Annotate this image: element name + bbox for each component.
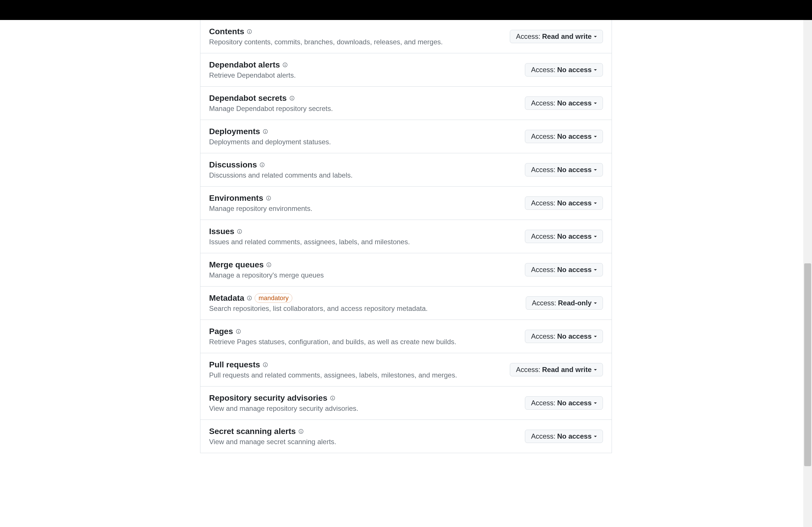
permission-description: Retrieve Dependabot alerts. <box>209 71 296 79</box>
permission-title: Deployments <box>209 127 260 136</box>
access-label-prefix: Access: <box>531 99 555 107</box>
permission-description: View and manage repository security advi… <box>209 404 358 412</box>
info-icon[interactable] <box>263 129 268 134</box>
permission-info: DeploymentsDeployments and deployment st… <box>209 127 331 146</box>
access-dropdown-button[interactable]: Access: No access <box>525 63 603 76</box>
access-label-prefix: Access: <box>531 166 555 174</box>
info-icon[interactable] <box>290 96 294 101</box>
access-level-value: Read-only <box>558 299 592 307</box>
permission-title: Merge queues <box>209 260 264 269</box>
permission-row: Secret scanning alertsView and manage se… <box>200 420 612 453</box>
permission-row: MetadatamandatorySearch repositories, li… <box>200 287 612 320</box>
access-dropdown-button[interactable]: Access: No access <box>525 330 603 343</box>
scrollbar-thumb[interactable] <box>804 264 811 453</box>
access-label-prefix: Access: <box>531 399 555 407</box>
info-icon[interactable] <box>263 362 268 367</box>
info-icon[interactable] <box>237 229 242 234</box>
page-wrap: ContentsRepository contents, commits, br… <box>0 20 812 453</box>
access-level-value: No access <box>557 266 592 274</box>
scrollbar-track[interactable] <box>803 20 812 453</box>
permission-title-row: Discussions <box>209 160 353 169</box>
mandatory-badge: mandatory <box>255 293 292 303</box>
info-icon[interactable] <box>330 396 335 401</box>
permission-row: EnvironmentsManage repository environmen… <box>200 186 612 220</box>
permission-row: PagesRetrieve Pages statuses, configurat… <box>200 320 612 353</box>
permission-title: Pages <box>209 327 233 336</box>
permission-info: Pull requestsPull requests and related c… <box>209 360 457 379</box>
access-label-prefix: Access: <box>531 432 555 440</box>
chevron-down-icon <box>594 202 597 204</box>
access-dropdown-button[interactable]: Access: No access <box>525 130 603 143</box>
chevron-down-icon <box>594 269 597 271</box>
access-level-value: No access <box>557 99 592 107</box>
access-dropdown-button[interactable]: Access: Read and write <box>510 30 603 43</box>
permission-info: Merge queuesManage a repository's merge … <box>209 260 324 279</box>
permission-description: Manage repository environments. <box>209 205 312 213</box>
permissions-container: ContentsRepository contents, commits, br… <box>200 20 612 453</box>
access-level-value: No access <box>557 432 592 440</box>
permission-title: Contents <box>209 27 244 36</box>
permission-row: DeploymentsDeployments and deployment st… <box>200 120 612 153</box>
access-level-value: No access <box>557 332 592 341</box>
permission-info: IssuesIssues and related comments, assig… <box>209 227 410 246</box>
access-level-value: No access <box>557 132 592 140</box>
permission-description: Issues and related comments, assignees, … <box>209 238 410 246</box>
permission-description: Pull requests and related comments, assi… <box>209 371 457 379</box>
permission-row: Dependabot alertsRetrieve Dependabot ale… <box>200 53 612 87</box>
permission-row: IssuesIssues and related comments, assig… <box>200 220 612 253</box>
access-dropdown-button[interactable]: Access: No access <box>525 196 603 210</box>
chevron-down-icon <box>594 103 597 104</box>
permission-info: PagesRetrieve Pages statuses, configurat… <box>209 327 456 346</box>
permission-row: Dependabot secretsManage Dependabot repo… <box>200 87 612 120</box>
access-label-prefix: Access: <box>531 132 555 140</box>
permission-info: Secret scanning alertsView and manage se… <box>209 427 336 446</box>
permission-title: Pull requests <box>209 360 260 370</box>
access-label-prefix: Access: <box>516 32 540 41</box>
access-level-value: No access <box>557 232 592 240</box>
chevron-down-icon <box>594 136 597 137</box>
permission-row: Pull requestsPull requests and related c… <box>200 353 612 387</box>
info-icon[interactable] <box>247 296 252 300</box>
permission-title-row: Metadatamandatory <box>209 293 428 303</box>
permission-row: Merge queuesManage a repository's merge … <box>200 253 612 287</box>
access-label-prefix: Access: <box>531 332 555 341</box>
permission-title-row: Merge queues <box>209 260 324 269</box>
access-dropdown-button[interactable]: Access: No access <box>525 430 603 443</box>
permission-info: EnvironmentsManage repository environmen… <box>209 194 312 213</box>
chevron-down-icon <box>594 403 597 404</box>
info-icon[interactable] <box>236 329 241 334</box>
permission-info: Dependabot secretsManage Dependabot repo… <box>209 94 333 113</box>
access-dropdown-button[interactable]: Access: Read-only <box>526 296 603 310</box>
access-dropdown-button[interactable]: Access: No access <box>525 163 603 177</box>
permission-row: ContentsRepository contents, commits, br… <box>200 20 612 53</box>
access-level-value: Read and write <box>542 366 592 374</box>
permission-title: Metadata <box>209 293 244 303</box>
permission-info: Repository security advisoriesView and m… <box>209 393 358 412</box>
info-icon[interactable] <box>283 63 287 67</box>
permission-title-row: Dependabot alerts <box>209 60 296 70</box>
chevron-down-icon <box>594 169 597 171</box>
access-level-value: No access <box>557 166 592 174</box>
access-label-prefix: Access: <box>531 266 555 274</box>
chevron-down-icon <box>594 302 597 304</box>
info-icon[interactable] <box>247 29 252 34</box>
info-icon[interactable] <box>260 163 264 167</box>
permission-description: Repository contents, commits, branches, … <box>209 38 443 46</box>
access-label-prefix: Access: <box>532 299 556 307</box>
permission-row: DiscussionsDiscussions and related comme… <box>200 153 612 186</box>
permission-description: Discussions and related comments and lab… <box>209 171 353 179</box>
info-icon[interactable] <box>266 196 271 200</box>
info-icon[interactable] <box>266 262 271 267</box>
access-dropdown-button[interactable]: Access: No access <box>525 96 603 110</box>
permission-title-row: Dependabot secrets <box>209 94 333 103</box>
info-icon[interactable] <box>299 429 303 434</box>
permission-info: Dependabot alertsRetrieve Dependabot ale… <box>209 60 296 79</box>
access-dropdown-button[interactable]: Access: No access <box>525 263 603 276</box>
permission-title-row: Pull requests <box>209 360 457 370</box>
access-dropdown-button[interactable]: Access: No access <box>525 230 603 243</box>
top-black-bar <box>0 0 812 20</box>
access-dropdown-button[interactable]: Access: Read and write <box>510 363 603 376</box>
access-label-prefix: Access: <box>531 66 555 74</box>
permission-description: Search repositories, list collaborators,… <box>209 304 428 313</box>
access-dropdown-button[interactable]: Access: No access <box>525 396 603 410</box>
